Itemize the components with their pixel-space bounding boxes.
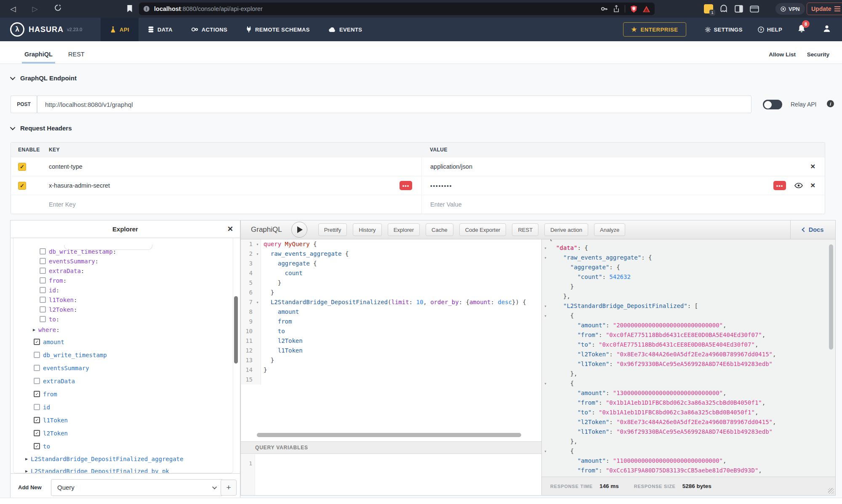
tab-rest[interactable]: REST	[68, 45, 85, 64]
remove-header-icon[interactable]: ✕	[810, 182, 815, 189]
header-key-input[interactable]: x-hasura-admin-secret	[49, 182, 110, 189]
fold-arrow-icon[interactable]: ▾	[542, 311, 549, 321]
field-checkbox[interactable]	[40, 268, 46, 274]
field-checkbox[interactable]	[40, 297, 46, 303]
docs-button[interactable]: Docs	[790, 220, 835, 239]
field-checkbox[interactable]	[40, 248, 46, 255]
field-checkbox[interactable]	[40, 258, 46, 264]
enterprise-button[interactable]: ★ ENTERPRISE	[623, 22, 686, 37]
extension-icon-ghost[interactable]	[719, 4, 728, 13]
user-menu-button[interactable]	[823, 24, 831, 34]
relay-info-icon[interactable]: i	[827, 100, 834, 107]
graphiql-cache-button[interactable]: Cache	[426, 223, 453, 236]
explorer-row-to[interactable]: ✓to	[13, 440, 233, 453]
explorer-row-from[interactable]: from:	[13, 276, 233, 285]
add-operation-button[interactable]: +	[221, 480, 237, 496]
explorer-row-extraData[interactable]: extraData:	[13, 266, 233, 276]
expand-arrow-icon[interactable]: ▶	[33, 327, 35, 332]
editor-horizontal-scrollbar[interactable]	[257, 433, 521, 437]
nav-item-api[interactable]: API	[101, 18, 139, 41]
warning-triangle-icon[interactable]	[642, 5, 650, 13]
explorer-row-eventsSummary[interactable]: eventsSummary:	[13, 256, 233, 266]
browser-forward-icon[interactable]: ▷	[28, 5, 42, 13]
expand-arrow-icon[interactable]: ▶	[25, 456, 28, 461]
header-value-input[interactable]: application/json	[430, 163, 472, 170]
new-header-value-input[interactable]: Enter Value	[430, 201, 462, 208]
field-checkbox[interactable]	[34, 352, 40, 358]
help-button[interactable]: ? HELP	[758, 27, 782, 33]
explorer-row-l1Token[interactable]: l1Token:	[13, 295, 233, 305]
field-checkbox[interactable]: ✓	[34, 339, 40, 345]
browser-update-button[interactable]: Update	[807, 3, 842, 15]
brave-shield-icon[interactable]	[630, 5, 637, 13]
allow-list-link[interactable]: Allow List	[769, 45, 796, 64]
fold-arrow-icon[interactable]: ▾	[254, 249, 261, 259]
query-variables-bar[interactable]: QUERY VARIABLES	[241, 441, 541, 454]
fold-arrow-icon[interactable]: ▾	[542, 379, 549, 388]
field-checkbox[interactable]: ✓	[34, 417, 40, 423]
fold-arrow-icon[interactable]: ▾	[254, 297, 261, 307]
explorer-row-amount[interactable]: ✓amount	[13, 335, 233, 348]
field-checkbox[interactable]: ✓	[34, 430, 40, 436]
site-info-icon[interactable]: i	[143, 5, 150, 12]
explorer-row-where[interactable]: ▶where:	[13, 324, 233, 335]
graphql-endpoint-section-header[interactable]: GraphQL Endpoint	[11, 74, 77, 82]
reveal-secret-pill-icon[interactable]: •••	[400, 181, 412, 190]
address-bar[interactable]: i localhost:8080/console/api/api-explore…	[139, 3, 655, 15]
settings-button[interactable]: SETTINGS	[705, 27, 743, 33]
explorer-row-L2StandardBridge_DepositFinalized_by_pk[interactable]: ▶L2StandardBridge_DepositFinalized_by_pk	[13, 465, 233, 473]
extension-icon-wallet[interactable]	[749, 4, 759, 13]
fold-arrow-icon[interactable]: ▾	[254, 239, 261, 249]
enable-checkbox[interactable]: ✓	[18, 163, 26, 171]
vpn-button[interactable]: VPN	[775, 3, 805, 15]
explorer-row-eventsSummary[interactable]: eventsSummary	[13, 361, 233, 374]
explorer-row-id[interactable]: id:	[13, 285, 233, 295]
field-checkbox[interactable]: ✓	[34, 443, 40, 449]
graphiql-rest-button[interactable]: REST	[512, 223, 538, 236]
add-new-type-select[interactable]: Query	[51, 479, 223, 496]
browser-reload-icon[interactable]	[51, 4, 65, 13]
execute-query-button[interactable]	[291, 222, 307, 238]
share-icon[interactable]	[613, 5, 620, 13]
explorer-row-extraData[interactable]: extraData	[13, 374, 233, 387]
fold-arrow-icon[interactable]: ▾	[542, 243, 549, 253]
field-checkbox[interactable]	[34, 365, 40, 371]
fold-arrow-icon[interactable]: ▾	[542, 446, 549, 456]
graphiql-explorer-button[interactable]: Explorer	[388, 223, 420, 236]
explorer-row-l2Token[interactable]: l2Token:	[13, 305, 233, 314]
close-icon[interactable]: ✕	[227, 225, 233, 233]
bookmark-icon[interactable]	[126, 5, 133, 15]
query-variables-editor[interactable]: 1	[241, 454, 541, 495]
header-value-masked-input[interactable]: ••••••••	[430, 183, 452, 189]
remove-header-icon[interactable]: ✕	[810, 163, 815, 170]
hasura-logo-group[interactable]: λ HASURA v2.23.0	[10, 22, 82, 37]
extension-icon-notes[interactable]: 1	[704, 4, 713, 13]
new-header-key-input[interactable]: Enter Key	[49, 201, 76, 208]
reveal-secret-pill-icon[interactable]: •••	[773, 181, 786, 190]
response-viewer[interactable]: {▾ "data": {▾ "raw_events_aggregate": { …	[542, 239, 827, 475]
nav-item-events[interactable]: EVENTS	[319, 18, 371, 41]
query-editor[interactable]: 1▾query MyQuery {2▾ raw_events_aggregate…	[241, 239, 541, 431]
password-key-icon[interactable]	[600, 5, 608, 13]
browser-back-icon[interactable]: ◁	[6, 5, 20, 13]
explorer-scrollbar-thumb[interactable]	[234, 296, 238, 363]
explorer-row-l2Token[interactable]: ✓l2Token	[13, 427, 233, 440]
fold-arrow-icon[interactable]: ▾	[542, 301, 549, 311]
tab-graphiql[interactable]: GraphiQL	[24, 45, 53, 64]
field-checkbox[interactable]	[34, 378, 40, 384]
field-checkbox[interactable]	[40, 287, 46, 293]
field-checkbox[interactable]	[40, 277, 46, 284]
field-checkbox[interactable]	[40, 316, 46, 322]
explorer-field-tree[interactable]: db_write_timestamp:eventsSummary:extraDa…	[13, 238, 233, 473]
notifications-button[interactable]: 8	[797, 24, 806, 35]
graphiql-derive-action-button[interactable]: Derive action	[544, 223, 588, 236]
security-link[interactable]: Security	[807, 45, 829, 64]
nav-item-actions[interactable]: ACTIONS	[182, 18, 237, 41]
explorer-row-l1Token[interactable]: ✓l1Token	[13, 414, 233, 427]
extension-icon-sidebar[interactable]	[734, 4, 743, 13]
graphiql-analyze-button[interactable]: Analyze	[594, 223, 625, 236]
nav-item-data[interactable]: DATA	[139, 18, 182, 41]
header-key-input[interactable]: content-type	[49, 163, 83, 170]
explorer-row-db_write_timestamp[interactable]: db_write_timestamp	[13, 348, 233, 361]
resize-handle[interactable]	[828, 488, 834, 494]
